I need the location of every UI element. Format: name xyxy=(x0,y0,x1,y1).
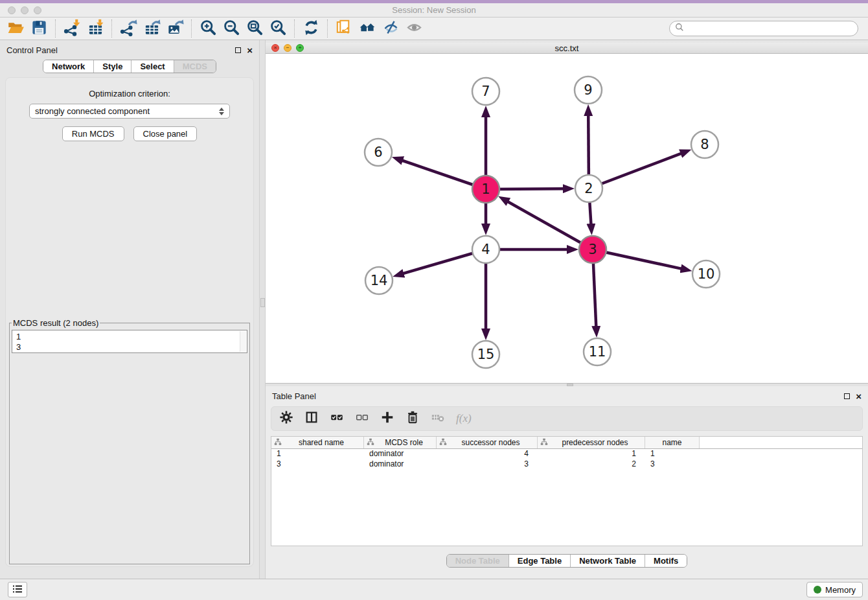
new-network-from-selection-button[interactable] xyxy=(332,19,356,39)
select-all-rows-icon xyxy=(330,415,344,426)
network-window: × − + scc.txt 7968124314101511 xyxy=(266,43,868,384)
control-panel-title: Control Panel xyxy=(6,45,58,55)
splitter-grip[interactable] xyxy=(567,384,573,386)
export-table-icon xyxy=(143,19,161,39)
graph-node-8[interactable]: 8 xyxy=(691,131,718,158)
memory-button[interactable]: Memory xyxy=(806,582,863,597)
result-scrollbar[interactable] xyxy=(240,331,246,352)
network-canvas[interactable]: 7968124314101511 xyxy=(266,54,868,383)
zoom-fit-icon xyxy=(246,19,264,39)
float-panel-icon[interactable] xyxy=(235,47,241,53)
deselect-all-rows-button[interactable] xyxy=(355,410,369,427)
graph-node-6[interactable]: 6 xyxy=(365,139,392,166)
zoom-out-icon xyxy=(223,19,240,39)
delete-row-button[interactable] xyxy=(405,410,420,427)
network-title: scc.txt xyxy=(266,43,868,53)
toolbar-separator xyxy=(294,19,295,38)
table-settings-icon xyxy=(279,415,293,426)
zoom-in-button[interactable] xyxy=(196,19,220,39)
graph-node-7[interactable]: 7 xyxy=(472,78,499,105)
table-settings-button[interactable] xyxy=(279,410,293,427)
tab-mcds[interactable]: MCDS xyxy=(174,60,216,73)
edge-2-8[interactable] xyxy=(589,153,682,189)
status-bar: Memory xyxy=(0,579,868,600)
graph-node-10[interactable]: 10 xyxy=(692,260,720,288)
graph-node-4[interactable]: 4 xyxy=(472,236,499,263)
task-history-button[interactable] xyxy=(8,582,27,597)
first-neighbors-button[interactable] xyxy=(356,19,379,39)
svg-text:9: 9 xyxy=(584,82,592,98)
table-row[interactable]: 3dominator323 xyxy=(271,459,862,470)
graph-node-15[interactable]: 15 xyxy=(472,341,499,368)
open-file-button[interactable] xyxy=(4,19,27,39)
tab-style[interactable]: Style xyxy=(93,60,131,73)
export-network-button[interactable] xyxy=(117,19,140,39)
float-panel-icon[interactable] xyxy=(844,393,850,399)
import-table-button[interactable] xyxy=(84,19,107,39)
tab-edge-table[interactable]: Edge Table xyxy=(508,555,570,567)
export-image-icon xyxy=(166,19,184,39)
select-all-rows-button[interactable] xyxy=(330,410,344,427)
close-panel-icon[interactable]: × xyxy=(856,393,862,400)
show-all-button[interactable] xyxy=(402,19,426,39)
function-builder-icon: f(x) xyxy=(456,412,472,424)
close-network-button[interactable]: × xyxy=(271,44,279,52)
column-header-MCDS-role[interactable]: MCDS role xyxy=(364,437,437,448)
add-column-button[interactable] xyxy=(380,410,394,427)
apply-layout-button[interactable] xyxy=(299,19,323,39)
toolbar-separator xyxy=(191,19,192,38)
table-cell: 1 xyxy=(271,449,364,459)
export-image-button[interactable] xyxy=(163,19,187,39)
graph-node-11[interactable]: 11 xyxy=(584,338,611,365)
column-header-shared-name[interactable]: shared name xyxy=(271,437,364,448)
svg-text:7: 7 xyxy=(481,84,490,99)
node-table: shared nameMCDS rolesuccessor nodesprede… xyxy=(271,436,863,546)
zoom-fit-button[interactable] xyxy=(243,19,266,39)
maximize-network-button[interactable]: + xyxy=(296,44,304,52)
graph-node-2[interactable]: 2 xyxy=(575,175,602,202)
tab-node-table[interactable]: Node Table xyxy=(447,555,508,567)
table-row[interactable]: 1dominator411 xyxy=(271,449,862,459)
add-column-icon xyxy=(380,415,394,426)
graph-node-14[interactable]: 14 xyxy=(365,267,393,294)
vertical-splitter[interactable] xyxy=(259,40,266,579)
edge-3-1[interactable] xyxy=(507,201,593,249)
search-box[interactable] xyxy=(669,21,858,36)
tab-motifs[interactable]: Motifs xyxy=(645,555,687,567)
svg-text:2: 2 xyxy=(584,181,593,196)
zoom-selected-button[interactable] xyxy=(266,19,290,39)
column-header-name[interactable]: name xyxy=(645,437,700,448)
mcds-result-text[interactable]: 13 xyxy=(12,330,247,353)
deselect-all-rows-icon xyxy=(355,415,369,426)
zoom-out-button[interactable] xyxy=(220,19,243,39)
column-header-successor-nodes[interactable]: successor nodes xyxy=(437,437,538,448)
close-panel-button[interactable]: Close panel xyxy=(133,126,198,141)
graph-node-9[interactable]: 9 xyxy=(575,76,602,104)
minimize-network-button[interactable]: − xyxy=(284,44,291,52)
graph-node-1[interactable]: 1 xyxy=(472,176,499,203)
column-header-predecessor-nodes[interactable]: predecessor nodes xyxy=(538,437,645,448)
search-input[interactable] xyxy=(687,24,852,34)
session-title: Session: New Session xyxy=(0,5,868,15)
close-panel-icon[interactable]: × xyxy=(247,47,253,54)
tab-network[interactable]: Network xyxy=(43,60,93,73)
tab-select[interactable]: Select xyxy=(131,60,173,73)
horizontal-splitter[interactable] xyxy=(266,384,868,386)
graph-node-3[interactable]: 3 xyxy=(579,236,606,263)
run-mcds-button[interactable]: Run MCDS xyxy=(62,126,124,141)
export-table-button[interactable] xyxy=(140,19,163,39)
save-session-button[interactable] xyxy=(27,19,51,39)
function-builder-button: f(x) xyxy=(456,412,472,425)
splitter-grip[interactable] xyxy=(260,298,265,307)
tree-icon xyxy=(274,438,282,448)
import-network-button[interactable] xyxy=(60,19,84,39)
show-hide-columns-button[interactable] xyxy=(304,410,319,427)
control-panel-tabs: NetworkStyleSelectMCDS xyxy=(43,60,216,73)
control-panel: Control Panel × NetworkStyleSelectMCDS O… xyxy=(0,40,259,579)
svg-text:10: 10 xyxy=(698,266,715,282)
criterion-dropdown[interactable]: strongly connected component xyxy=(29,104,230,119)
show-all-icon xyxy=(405,19,423,39)
hide-selected-button[interactable] xyxy=(379,19,402,39)
network-graph: 7968124314101511 xyxy=(266,54,867,380)
tab-network-table[interactable]: Network Table xyxy=(570,555,645,567)
